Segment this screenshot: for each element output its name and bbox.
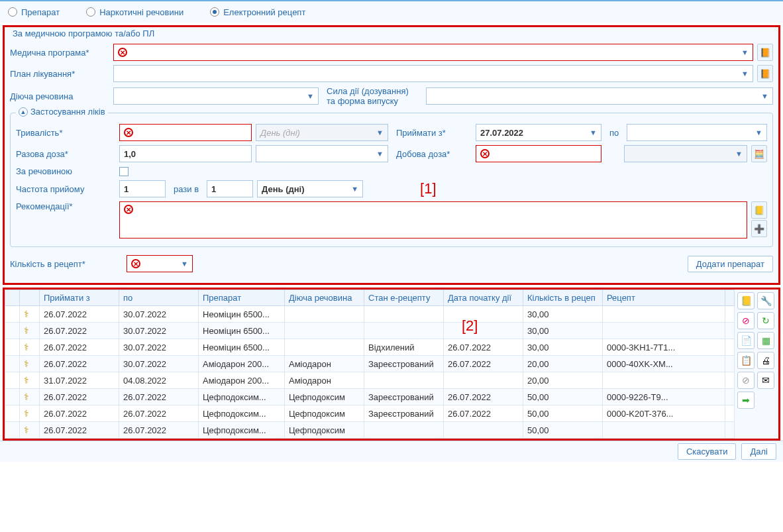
single-dose-unit[interactable]: ▼ — [256, 145, 388, 162]
rod-icon: ⚕ — [24, 392, 29, 402]
duration-unit-combo[interactable]: День (дні) ▼ — [256, 124, 388, 141]
label-by-substance: За речовиною — [16, 166, 115, 176]
print-icon[interactable]: 🖨 — [757, 352, 774, 369]
label-recommend: Рекомендації* — [16, 201, 115, 211]
label-times-in: рази в — [170, 184, 203, 194]
cell-to: 30.07.2022 — [119, 356, 199, 372]
single-dose-field[interactable]: 1,0 — [119, 145, 252, 162]
list-icon[interactable]: 📋 — [737, 352, 755, 369]
col-prep[interactable]: Препарат — [199, 290, 285, 306]
col-recipe[interactable]: Рецепт — [603, 290, 725, 306]
table-row[interactable]: ⚕26.07.202230.07.2022Неоміцин 6500...30,… — [5, 323, 735, 339]
cell-prep: Аміодарон 200... — [199, 356, 285, 372]
footer-bar: Скасувати Далі — [0, 441, 783, 462]
cell-subst: Аміодарон — [285, 372, 364, 389]
label-single-dose: Разова доза* — [16, 149, 115, 159]
label-strength: Сила дії (дозування) та форма випуску — [323, 86, 422, 106]
daily-dose-unit: ▼ — [624, 145, 747, 162]
treat-plan-combo[interactable]: ▼ — [113, 65, 753, 82]
rod-icon: ⚕ — [24, 408, 29, 419]
template-icon[interactable]: 📒 — [751, 201, 767, 219]
table-row[interactable]: ⚕26.07.202226.07.2022Цефподоксим...Цефпо… — [5, 422, 735, 439]
collapse-icon[interactable]: ▲ — [19, 107, 28, 117]
cell-status: Зареєстрований — [364, 405, 444, 422]
add-icon[interactable]: ➕ — [751, 220, 767, 237]
chevron-down-icon: ▼ — [741, 70, 749, 78]
cell-prep: Цефподоксим... — [199, 389, 285, 405]
cell-start — [444, 306, 523, 323]
chevron-down-icon: ▼ — [307, 92, 314, 100]
block-icon[interactable]: ⊘ — [737, 372, 755, 389]
table-row[interactable]: ⚕26.07.202230.07.2022Аміодарон 200...Амі… — [5, 356, 735, 372]
new-icon[interactable]: 📄 — [737, 332, 755, 349]
cell-to: 30.07.2022 — [119, 323, 199, 339]
daily-dose-field[interactable]: ✕ — [476, 145, 601, 162]
col-to[interactable]: по — [119, 290, 199, 306]
error-icon: ✕ — [118, 48, 127, 57]
cell-to: 26.07.2022 — [119, 389, 199, 405]
col-blank2[interactable] — [20, 290, 40, 306]
col-blank1[interactable] — [5, 290, 20, 306]
cell-prep: Неоміцин 6500... — [199, 339, 285, 356]
qty-in-recipe-combo[interactable]: ✕ ▼ — [127, 255, 193, 272]
col-from[interactable]: Приймати з — [40, 290, 119, 306]
freq-every-field[interactable]: 1 — [207, 180, 253, 197]
cell-recipe — [603, 323, 725, 339]
cell-recipe — [603, 422, 725, 439]
radio-narcotic[interactable]: Наркотичні речовини — [86, 7, 183, 17]
add-preparat-button[interactable]: Додати препарат — [688, 256, 773, 272]
cell-from: 26.07.2022 — [40, 389, 119, 405]
table-row[interactable]: ⚕31.07.202204.08.2022Аміодарон 200...Амі… — [5, 372, 735, 389]
strength-combo[interactable]: ▼ — [426, 87, 773, 105]
lookup-icon[interactable]: 📙 — [757, 44, 773, 61]
freq-unit-combo[interactable]: День (дні) ▼ — [257, 180, 363, 197]
label-treat-plan: План лікування* — [10, 69, 109, 79]
refresh-icon[interactable]: ↻ — [757, 312, 774, 329]
table-row[interactable]: ⚕26.07.202226.07.2022Цефподоксим...Цефпо… — [5, 389, 735, 405]
cell-qty: 20,00 — [523, 356, 603, 372]
cell-status: Зареєстрований — [364, 356, 444, 372]
cell-from: 26.07.2022 — [40, 422, 119, 439]
cell-to: 26.07.2022 — [119, 405, 199, 422]
calendar-icon[interactable]: ▦ — [757, 332, 774, 349]
chevron-down-icon: ▼ — [181, 260, 188, 268]
next-button[interactable]: Далі — [741, 443, 776, 460]
table-toolbar: 📒 🔧 ⊘ ↻ 📄 ▦ 📋 🖨 ⊘ ✉ ➡ — [735, 290, 778, 439]
label-take-from: Приймати з* — [392, 128, 472, 138]
by-substance-checkbox[interactable] — [119, 167, 129, 176]
radio-erecept[interactable]: Електронний рецепт — [210, 7, 305, 17]
rod-icon: ⚕ — [24, 309, 29, 319]
prescriptions-table: Приймати з по Препарат Діюча речовина Ст… — [5, 290, 735, 439]
cell-recipe — [603, 306, 725, 323]
table-row[interactable]: ⚕26.07.202230.07.2022Неоміцин 6500...30,… — [5, 306, 735, 323]
col-subst[interactable]: Діюча речовина — [285, 290, 364, 306]
delete-icon[interactable]: ⊘ — [737, 312, 755, 329]
to-date[interactable]: ▼ — [627, 124, 767, 141]
cancel-button[interactable]: Скасувати — [678, 443, 737, 460]
lookup-icon[interactable]: 📙 — [757, 65, 773, 82]
freq-count-field[interactable]: 1 — [119, 180, 166, 197]
cell-qty: 50,00 — [523, 422, 603, 439]
radio-preparat[interactable]: Препарат — [8, 7, 60, 17]
take-from-date[interactable]: 27.07.2022 ▼ — [476, 124, 601, 141]
table-row[interactable]: ⚕26.07.202230.07.2022Неоміцин 6500...Від… — [5, 339, 735, 356]
edit-icon[interactable]: 📒 — [737, 292, 755, 309]
cell-start — [444, 422, 523, 439]
cell-status — [364, 422, 444, 439]
chevron-down-icon: ▼ — [590, 129, 597, 136]
cell-from: 26.07.2022 — [40, 356, 119, 372]
col-status[interactable]: Стан е-рецепту — [364, 290, 444, 306]
active-subst-combo[interactable]: ▼ — [113, 87, 319, 105]
col-qty[interactable]: Кількість в рецеп — [523, 290, 603, 306]
calculator-icon[interactable]: 🧮 — [751, 145, 767, 162]
settings-icon[interactable]: 🔧 — [757, 292, 774, 309]
med-program-combo[interactable]: ✕ ▼ — [113, 44, 753, 61]
table-row[interactable]: ⚕26.07.202226.07.2022Цефподоксим...Цефпо… — [5, 405, 735, 422]
mail-icon[interactable]: ✉ — [757, 372, 774, 389]
duration-field[interactable]: ✕ — [119, 124, 252, 141]
error-icon: ✕ — [131, 259, 140, 268]
export-icon[interactable]: ➡ — [737, 392, 755, 409]
col-start[interactable]: Дата початку дії — [444, 290, 523, 306]
recommend-textarea[interactable]: ✕ — [119, 201, 747, 239]
radio-icon — [210, 7, 219, 17]
